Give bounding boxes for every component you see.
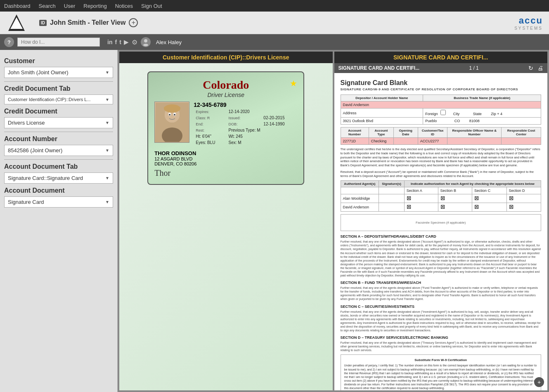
license-header: Colorado ★ Driver License [154,78,297,98]
header-bar: ID John Smith - Teller View + accu SYSTE… [0,12,549,34]
account-doc-dropdown[interactable]: Signature Card ▼ [4,196,113,208]
agents-col-label [341,187,379,194]
sig-panel-toolbar: SIGNATURE CARD AND CERTIFI... 1 / 1 ↻ 🖨 [334,63,548,73]
sidebar-divider-3 [4,159,113,160]
state-label-col: State [473,112,482,116]
facs-label: Facsimile Specimen (if applicable) [416,221,466,224]
zip-value: 81008 [469,119,480,123]
end-label: End: [194,121,226,127]
agent2-name: David Anderson [341,203,379,212]
sections-header: Indicate authorization for each Agent by… [404,181,541,187]
nav-search[interactable]: Search [39,3,56,9]
license-city-state: DENVER, CO 80206 [154,161,297,166]
account-doc-value: Signature Card [8,199,44,205]
license-footer: THOR ODINSON 12 ASGARD BLVD DENVER, CO 8… [154,150,297,178]
help-button[interactable]: ? [4,37,14,47]
youtube-icon[interactable]: ▶ [124,39,128,45]
refresh-icon[interactable]: ↻ [528,65,533,71]
nav-user[interactable]: User [64,3,75,9]
agent1-sec-d: ☒ [506,194,541,203]
scroll-down-button[interactable]: + [534,377,544,387]
license-number: 12-345-6789 [194,102,297,108]
address-value: 3921 Outlook Blvd [341,118,423,125]
main-content: Customer John Smith (Joint Owner) ▼ Cred… [0,50,549,392]
how-do-i-search[interactable] [17,38,100,47]
section-b-text: Further resolved, that any one of the ag… [341,286,542,301]
license-star-icon: ★ [290,78,297,88]
account-doc-tab-dropdown[interactable]: Signature Card::Signature Card ▼ [4,172,113,184]
section-c-text: Further resolved, that any one of the ag… [341,310,542,333]
sec-c-col: Section C [472,187,506,194]
issued-label: Issued: [227,115,261,120]
twitter-icon[interactable]: t [119,39,121,45]
account-doc-tab-value: Signature Card::Signature Card [8,175,83,181]
agent2-sec-b: ☒ [438,203,472,212]
agent2-sec-d: ☒ [506,203,541,212]
customer-value: John Smith (Joint Owner) [8,69,69,76]
account-number-dropdown[interactable]: 8542586 (Joint Owner) ▼ [4,145,113,156]
sidebar: Customer John Smith (Joint Owner) ▼ Cred… [0,50,118,392]
accu-brand-text: accu [514,15,543,26]
teller-icon: ID [39,20,47,26]
agent1-sec-b: ☒ [438,194,472,203]
zip-label: Zip + 4 [491,112,502,116]
section-d-heading: SECTION D – TREASURY SERVICES/ELECTRONIC… [341,335,542,340]
city-value: Pueblo [425,119,437,123]
account-doc-tab-title: Account Document Tab [4,163,113,170]
accu-logo: accu SYSTEMS [514,15,543,31]
right-document-panel: SIGNATURE CARD AND CERTIFI... SIGNATURE … [334,52,548,390]
city-label: City [453,112,460,116]
credit-doc-tab-dropdown[interactable]: Customer Identification (CIP)::Drivers L… [4,94,113,104]
facebook-icon[interactable]: f [115,39,117,45]
agent2-sec-c: ☒ [472,203,506,212]
svg-point-2 [144,39,147,43]
credit-doc-title: Credit Document [4,108,113,115]
settings-icon[interactable]: ⚙ [132,38,137,46]
toolbar-icons: ↻ 🖨 [528,65,543,71]
auth-agents-header: Authorized Agent(s) [341,181,379,187]
app-logo [6,12,27,33]
nav-notices[interactable]: Notices [115,3,133,9]
svg-point-12 [174,114,175,116]
class-label: Class: R [194,115,226,120]
nav-signout[interactable]: Sign Out [141,3,162,9]
user-name-display: Alex Haley [156,39,182,45]
nav-reporting[interactable]: Reporting [83,3,106,9]
credit-doc-dropdown[interactable]: Drivers License ▼ [4,117,113,128]
customer-dropdown[interactable]: John Smith (Joint Owner) ▼ [4,67,113,78]
print-icon[interactable]: 🖨 [537,65,543,71]
left-panel-content: Colorado ★ Driver License [119,63,333,390]
sec-b-col: Section B [438,187,472,194]
account-doc-tab-arrow: ▼ [105,176,109,180]
license-photo [154,102,189,143]
teller-name: John Smith - Teller View [50,19,125,26]
add-teller-button[interactable]: + [129,18,138,27]
section-b-heading: SECTION B – FUND TRANSFERS/WIRES/ACH [341,281,542,285]
agent1-sec-a: ☒ [404,194,438,203]
account-number-arrow: ▼ [105,148,109,153]
sig-card-document: Signature Card Blank SIGNATURE CARD/W-9 … [334,73,548,390]
depositor-header: Depositor / Account Holder Name [341,95,423,102]
nav-dashboard[interactable]: Dashboard [4,3,31,9]
credit-doc-tab-title: Credit Document Tab [4,85,113,92]
left-document-panel: Customer Identification (CIP)::Drivers L… [119,52,333,390]
account-details-table: Account Number Account Type Opening Date… [341,127,542,145]
sec-d-col: Section D [506,187,541,194]
section-a-heading: SECTION A – DEPOSITS/WITHDRAWALS/DEBIT C… [341,234,542,239]
foreign-checkbox[interactable] [440,110,446,115]
agent1-sec-c: ☒ [472,194,506,203]
credit-doc-arrow: ▼ [105,120,109,125]
facsimile-box: Facsimile Specimen (if applicable) [341,214,542,231]
dob-value: 12-14-1990 [262,121,296,127]
document-panels: Customer Identification (CIP)::Drivers L… [118,50,549,392]
linkedin-icon[interactable]: in [107,39,112,45]
sig-panel-content[interactable]: Signature Card Blank SIGNATURE CARD/W-9 … [334,73,548,390]
sex-label: Sex: M [227,140,261,145]
depositor-table: Depositor / Account Holder Name Business… [341,94,542,125]
w9-text: Under penalties of perjury, I certify th… [344,364,538,390]
logo-area [6,12,27,33]
signatures-header: Signature(s) [379,181,404,187]
credit-doc-tab-arrow: ▼ [105,97,109,102]
license-state: Colorado [154,78,297,92]
license-details-table: Expires: 12-14-2020 Class: R Issued: 02-… [194,108,297,146]
